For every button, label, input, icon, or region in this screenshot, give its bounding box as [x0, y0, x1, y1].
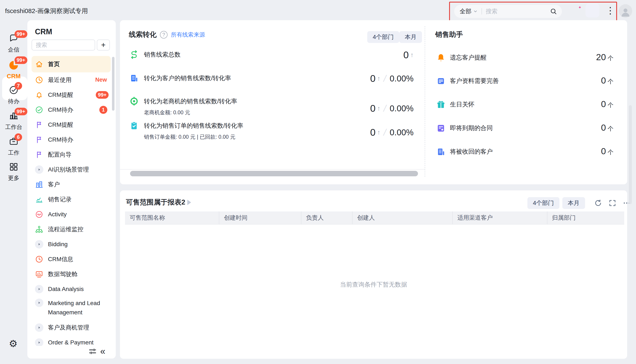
assistant-row-reclaimed-customers[interactable]: 将被收回的客户: [436, 146, 493, 158]
assistant-count: 20 个: [552, 52, 614, 62]
sidebar-item-data-analysis[interactable]: Data Analysis: [27, 282, 116, 296]
department-filter-button[interactable]: 4个部门: [367, 31, 399, 43]
assistant-row-forgotten-customers[interactable]: 遗忘客户提醒: [436, 51, 486, 64]
sidebar-item-customer-opportunity[interactable]: 客户及商机管理: [27, 320, 116, 335]
sidebar-item-activity[interactable]: Activity: [27, 207, 116, 222]
top-bar: fsceshi082-画像洞察测试专用 全部 ⋮: [0, 0, 636, 20]
report-title: 可售范围属于报表2: [126, 198, 185, 207]
assistant-count: 0 个: [552, 123, 614, 133]
scroll-track: [120, 169, 425, 170]
sidebar-item-home[interactable]: 首页: [32, 56, 111, 72]
badge: 1: [99, 106, 107, 114]
assistant-row-birthday-care[interactable]: 生日关怀: [436, 98, 474, 111]
settings-gear-icon[interactable]: ⚙: [9, 338, 18, 349]
annotation-red-box: [449, 2, 617, 22]
assistant-count: 0 个: [552, 76, 614, 86]
metric-value: 0 ↑ / 0.00%: [320, 127, 414, 138]
period-filter-button[interactable]: 本月: [399, 31, 422, 43]
rail-item-crm[interactable]: 99+ CRM: [0, 59, 27, 80]
rail-item-more[interactable]: 更多: [0, 162, 27, 182]
sidebar-item-order-payment[interactable]: Order & Payment: [27, 335, 116, 346]
app-window: fsceshi082-画像洞察测试专用 全部 ⋮ 99+ 企信: [0, 0, 636, 364]
rail-item-qixin[interactable]: 99+ 企信: [0, 33, 27, 54]
lead-conversion-title: 线索转化: [129, 30, 156, 39]
rail-item-work[interactable]: 6 工作: [0, 136, 27, 156]
building-fill-icon: [129, 73, 139, 83]
column-header-department[interactable]: 归属部门: [548, 212, 624, 224]
expand-caret-icon: [35, 324, 43, 332]
badge: 99+: [14, 108, 27, 115]
sidebar-menu: 首页 最近使用 New CRM提醒 99+ CRM待办 1 CRM提醒: [27, 56, 116, 346]
clock-icon: [35, 255, 43, 264]
empty-state-text: 当前查询条件下暂无数据: [120, 280, 627, 289]
gift-icon: [436, 100, 446, 110]
column-header-create-time[interactable]: 创建时间: [219, 212, 301, 224]
rail-item-todo[interactable]: 7 待办: [0, 85, 27, 105]
column-header-owner[interactable]: 负责人: [301, 212, 352, 224]
person-icon: [620, 6, 631, 18]
metric-row-to-order[interactable]: 转化为销售订单的销售线索数/转化率 销售订单金额: 0.00 元 | 已回款: …: [129, 121, 243, 140]
sidebar-item-data-cockpit[interactable]: 数据驾驶舱: [27, 266, 116, 282]
sidebar-item-crm-reminder[interactable]: CRM提醒 99+: [27, 87, 116, 102]
sidebar-item-bidding[interactable]: Bidding: [27, 237, 116, 252]
sidebar-item-crm-reminder-2[interactable]: CRM提醒: [27, 117, 116, 132]
assistant-row-incomplete-profiles[interactable]: 客户资料需要完善: [436, 75, 499, 87]
sidebar-item-ai-scene[interactable]: AI识别场景管理: [27, 162, 116, 177]
sidebar-search-input[interactable]: [32, 40, 95, 50]
horizontal-scrollbar[interactable]: [130, 171, 418, 176]
sidebar-footer: «: [27, 346, 116, 358]
help-icon[interactable]: ?: [160, 31, 168, 38]
sidebar-scrollbar[interactable]: [112, 57, 114, 111]
avatar[interactable]: [619, 4, 632, 18]
column-header-channel-customer[interactable]: 适用渠道客户: [453, 212, 548, 224]
sidebar-item-crm-todo[interactable]: CRM待办 1: [27, 102, 116, 117]
activity-icon: [35, 210, 43, 218]
flag-icon: [35, 150, 43, 159]
expand-caret-icon[interactable]: [187, 200, 191, 205]
fullscreen-icon[interactable]: [608, 199, 617, 207]
target-icon: [129, 96, 139, 106]
check-circle-icon: [35, 106, 43, 114]
sidebar-item-crm-todo-2[interactable]: CRM待办: [27, 132, 116, 147]
new-tag: New: [95, 76, 107, 83]
metric-row-total-leads[interactable]: 销售线索总数: [129, 50, 180, 59]
badge: 6: [14, 134, 22, 141]
metric-row-to-opportunity[interactable]: 转化为老商机的销售线索数/转化率 老商机金额: 0.00 元: [129, 96, 237, 116]
sidebar-item-config-wizard[interactable]: 配置向导: [27, 147, 116, 162]
report-card: 可售范围属于报表2 4个部门 本月 可售范围名称 创建时间 负责人 创建人 适用…: [120, 190, 627, 359]
badge: 99+: [96, 91, 108, 99]
collapse-sidebar-icon[interactable]: «: [100, 346, 105, 356]
period-filter-button[interactable]: 本月: [562, 197, 585, 209]
monitor-icon: [35, 270, 43, 278]
expand-caret-icon: [35, 166, 43, 174]
all-lead-sources-link[interactable]: 所有线索来源: [171, 31, 205, 38]
metric-value: 0 ↑: [320, 49, 414, 60]
clock-icon: [35, 76, 43, 84]
window-scrollbar[interactable]: [629, 105, 632, 204]
add-button[interactable]: +: [97, 40, 110, 50]
home-icon: [35, 60, 43, 68]
assistant-row-expiring-contracts[interactable]: 即将到期的合同: [436, 122, 493, 134]
column-header-range-name[interactable]: 可售范围名称: [125, 212, 219, 224]
refresh-icon[interactable]: [594, 199, 602, 207]
swap-icon: [129, 50, 139, 59]
column-header-creator[interactable]: 创建人: [352, 212, 453, 224]
sidebar-item-recent[interactable]: 最近使用 New: [27, 72, 116, 87]
assistant-count: 0 个: [552, 146, 614, 156]
rail-item-workbench[interactable]: 99+ 工作台: [0, 111, 27, 131]
metric-value: 0 ↑ / 0.00%: [320, 73, 414, 84]
card-divider: [425, 26, 425, 177]
metric-value: 0 ↑ / 0.00%: [320, 103, 414, 114]
sidebar-item-marketing[interactable]: Marketing and Lead Management: [27, 296, 116, 320]
contract-icon: [436, 123, 446, 133]
sliders-icon[interactable]: [88, 347, 97, 356]
sidebar-item-process-monitor[interactable]: 流程运维监控: [27, 222, 116, 237]
sidebar-item-sales-record[interactable]: 销售记录: [27, 192, 116, 207]
department-filter-button[interactable]: 4个部门: [528, 197, 560, 209]
sidebar-item-customer[interactable]: 客户: [27, 177, 116, 192]
metric-row-to-customer[interactable]: 转化为客户的销售线索数/转化率: [129, 73, 231, 83]
workspace-title: fsceshi082-画像洞察测试专用: [5, 7, 88, 15]
bell-icon: [35, 91, 43, 99]
sidebar-item-crm-info[interactable]: CRM信息: [27, 252, 116, 266]
flag-icon: [35, 120, 43, 129]
